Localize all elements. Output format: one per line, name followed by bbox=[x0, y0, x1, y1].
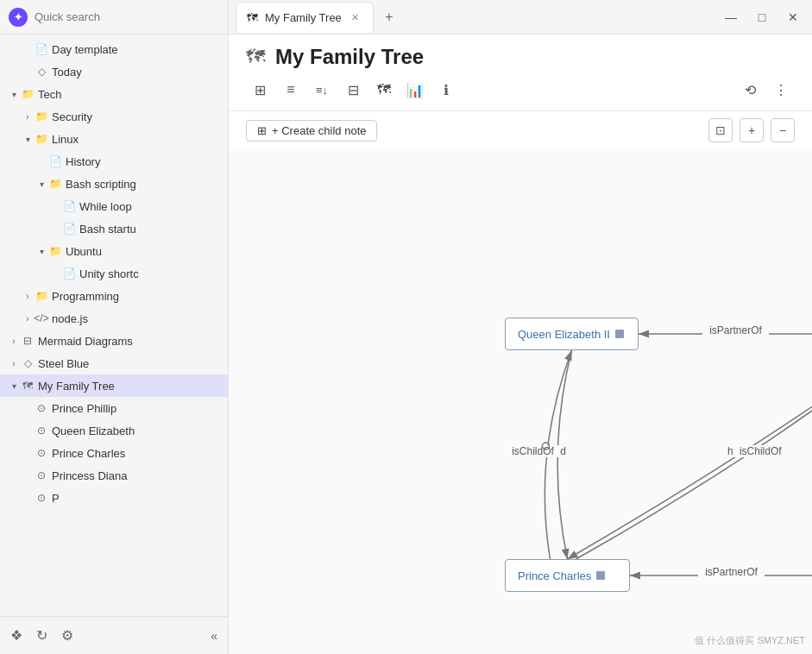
toolbar: ⊞ ≡ ≡↓ ⊟ 🗺 📊 ℹ ⟲ ⋮ bbox=[229, 72, 812, 111]
node-handle-queen-elizabeth[interactable] bbox=[615, 330, 624, 338]
tree-label-princess-diana: Princess Diana bbox=[52, 469, 221, 482]
maximize-button[interactable]: □ bbox=[750, 5, 774, 29]
window-controls: — □ ✕ bbox=[719, 5, 805, 29]
sidebar-item-bash-startup[interactable]: 📄Bash startu bbox=[0, 217, 228, 240]
svg-text:hasChild: hasChild bbox=[727, 445, 768, 457]
tree-label-unity-shortc: Unity shortc bbox=[79, 267, 221, 280]
sliders-button[interactable]: ⊞ bbox=[246, 76, 274, 104]
refresh-icon[interactable]: ↻ bbox=[36, 627, 47, 644]
svg-rect-2 bbox=[702, 324, 769, 336]
tab-icon: 🗺 bbox=[247, 11, 258, 24]
sidebar: ✦ 📄Day template◇Today▾📁Tech›📁Security▾📁L… bbox=[0, 0, 229, 654]
tree-arrow-linux: ▾ bbox=[21, 135, 35, 144]
tree-arrow-mermaid: › bbox=[7, 336, 21, 346]
sidebar-item-princess-diana[interactable]: ⊙Princess Diana bbox=[0, 464, 228, 487]
settings-icon[interactable]: ⚙ bbox=[61, 627, 73, 644]
sidebar-item-programming[interactable]: ›📁Programming bbox=[0, 285, 228, 307]
search-input[interactable] bbox=[35, 10, 219, 23]
action-bar: ⊞ + Create child note ⊡ + − bbox=[229, 111, 812, 149]
tree-label-bash-startup: Bash startu bbox=[79, 223, 221, 236]
sidebar-item-queen-elizabeth[interactable]: ⊙Queen Elizabeth bbox=[0, 419, 228, 442]
tree-label-today: Today bbox=[52, 66, 221, 79]
node-prince-charles[interactable]: Prince Charles bbox=[505, 559, 630, 592]
tree-label-programming: Programming bbox=[52, 290, 221, 303]
sidebar-item-tech[interactable]: ▾📁Tech bbox=[0, 83, 228, 105]
sort-desc-button[interactable]: ≡↓ bbox=[308, 76, 336, 104]
sidebar-item-history[interactable]: 📄History bbox=[0, 150, 228, 173]
tree-label-security: Security bbox=[52, 110, 221, 123]
tree-arrow-bash-scripting: ▾ bbox=[35, 179, 48, 189]
tree-arrow-nodejs: › bbox=[21, 314, 35, 324]
chart-button[interactable]: 📊 bbox=[401, 76, 429, 104]
svg-rect-12 bbox=[698, 566, 765, 578]
collapse-sidebar-button[interactable]: « bbox=[211, 629, 217, 643]
sidebar-item-prince-phillip[interactable]: ⊙Prince Phillip bbox=[0, 397, 228, 419]
node-queen-elizabeth[interactable]: Queen Elizabeth II bbox=[505, 318, 639, 350]
more-options-button[interactable]: ⋮ bbox=[767, 76, 795, 104]
node-label-prince-charles: Prince Charles bbox=[518, 569, 591, 582]
app-logo[interactable]: ✦ bbox=[9, 8, 28, 27]
tab-close-button[interactable]: ✕ bbox=[349, 10, 362, 24]
tree-label-nodejs: node.js bbox=[52, 312, 221, 325]
sidebar-item-today[interactable]: ◇Today bbox=[0, 60, 228, 83]
layers-icon[interactable]: ❖ bbox=[10, 627, 22, 644]
tree-icon-linux: 📁 bbox=[35, 133, 48, 145]
tree-label-prince-charles: Prince Charles bbox=[52, 447, 221, 460]
sidebar-item-mermaid[interactable]: ›⊟Mermaid Diagrams bbox=[0, 330, 228, 352]
svg-point-14 bbox=[543, 443, 550, 450]
tab-my-family-tree[interactable]: 🗺 My Family Tree ✕ bbox=[236, 2, 374, 33]
node-handle-prince-charles[interactable] bbox=[596, 571, 605, 580]
svg-text:isChildOf: isChildOf bbox=[740, 445, 782, 457]
tree-icon-history: 📄 bbox=[48, 155, 62, 167]
tree-icon-programming: 📁 bbox=[35, 290, 48, 302]
toolbar-right: ⟲ ⋮ bbox=[736, 76, 795, 104]
sidebar-tree: 📄Day template◇Today▾📁Tech›📁Security▾📁Lin… bbox=[0, 35, 228, 616]
zoom-in-button[interactable]: + bbox=[740, 118, 764, 142]
map-view-button[interactable]: 🗺 bbox=[370, 76, 398, 104]
add-tab-button[interactable]: + bbox=[377, 5, 401, 29]
tree-label-tech: Tech bbox=[38, 88, 221, 101]
sidebar-item-day-template[interactable]: 📄Day template bbox=[0, 38, 228, 60]
tree-label-more-node: P bbox=[52, 492, 221, 505]
sidebar-item-my-family-tree[interactable]: ▾🗺My Family Tree bbox=[0, 374, 228, 397]
svg-text:isPartnerOf: isPartnerOf bbox=[705, 566, 758, 578]
sidebar-item-bash-scripting[interactable]: ▾📁Bash scripting bbox=[0, 173, 228, 195]
minimize-button[interactable]: — bbox=[719, 5, 743, 29]
sidebar-item-nodejs[interactable]: ›</>node.js bbox=[0, 307, 228, 330]
sidebar-item-unity-shortc[interactable]: 📄Unity shortc bbox=[0, 262, 228, 285]
sidebar-item-linux[interactable]: ▾📁Linux bbox=[0, 128, 228, 150]
tree-label-history: History bbox=[66, 155, 221, 168]
svg-text:isPartnerOf: isPartnerOf bbox=[709, 324, 762, 336]
tree-icon-bash-scripting: 📁 bbox=[48, 178, 62, 190]
tree-arrow-my-family-tree: ▾ bbox=[7, 381, 21, 391]
sidebar-item-security[interactable]: ›📁Security bbox=[0, 105, 228, 128]
tree-arrow-tech: ▾ bbox=[7, 90, 21, 99]
svg-rect-4 bbox=[522, 445, 570, 457]
canvas[interactable]: isPartnerOfhasChildhasChildisChildOfisCh… bbox=[229, 149, 812, 654]
tree-icon-more-node: ⊙ bbox=[35, 492, 48, 504]
tree-icon-queen-elizabeth: ⊙ bbox=[35, 424, 48, 437]
tree-label-day-template: Day template bbox=[52, 43, 221, 56]
sidebar-item-more-node[interactable]: ⊙P bbox=[0, 487, 228, 509]
sidebar-item-ubuntu[interactable]: ▾📁Ubuntu bbox=[0, 240, 228, 262]
zoom-out-button[interactable]: − bbox=[771, 118, 795, 142]
tree-icon-my-family-tree: 🗺 bbox=[21, 380, 35, 392]
history-button[interactable]: ⟲ bbox=[736, 76, 764, 104]
columns-button[interactable]: ⊟ bbox=[339, 76, 367, 104]
tree-icon-ubuntu: 📁 bbox=[48, 245, 62, 257]
sort-asc-button[interactable]: ≡ bbox=[277, 76, 305, 104]
zoom-fit-button[interactable]: ⊡ bbox=[708, 118, 733, 142]
sidebar-item-steel-blue[interactable]: ›◇Steel Blue bbox=[0, 352, 228, 374]
sidebar-item-while-loop[interactable]: 📄While loop bbox=[0, 195, 228, 217]
create-child-note-icon: ⊞ bbox=[257, 124, 267, 137]
close-button[interactable]: ✕ bbox=[781, 5, 805, 29]
info-button[interactable]: ℹ bbox=[432, 76, 460, 104]
tree-icon-prince-phillip: ⊙ bbox=[35, 402, 48, 414]
create-child-note-button[interactable]: ⊞ + Create child note bbox=[246, 120, 377, 141]
sidebar-item-prince-charles[interactable]: ⊙Prince Charles bbox=[0, 442, 228, 464]
tree-icon-princess-diana: ⊙ bbox=[35, 469, 48, 481]
sidebar-footer: ❖ ↻ ⚙ « bbox=[0, 616, 228, 654]
tree-icon-unity-shortc: 📄 bbox=[62, 267, 76, 280]
tree-icon-steel-blue: ◇ bbox=[21, 357, 35, 369]
tree-label-bash-scripting: Bash scripting bbox=[66, 178, 221, 191]
